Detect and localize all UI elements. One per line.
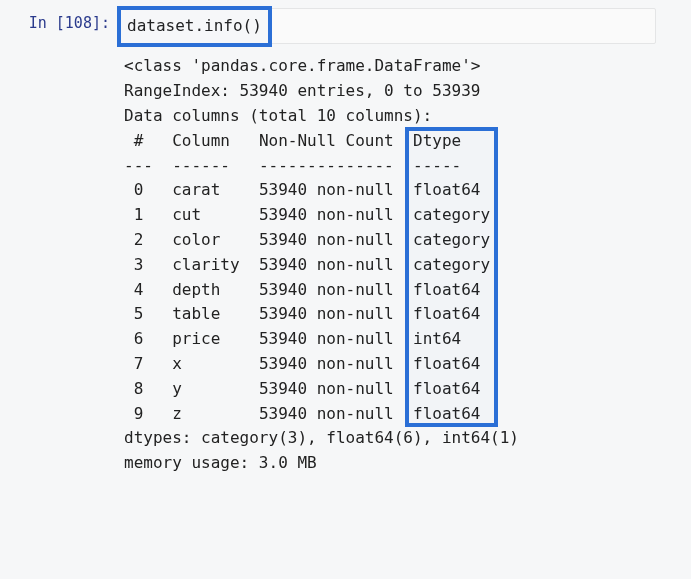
- notebook-cell: In [108]: dataset.info() <class 'pandas.…: [0, 0, 691, 476]
- col-header-dtype: Dtype: [413, 131, 490, 150]
- col-header-nonnull: Non-Null Count: [259, 131, 394, 150]
- row5-nonnull: 53940 non-null: [259, 304, 394, 323]
- row7-idx: 7: [124, 354, 153, 373]
- row6-nonnull: 53940 non-null: [259, 329, 394, 348]
- code-input[interactable]: dataset.info(): [118, 8, 656, 44]
- out-class-line: <class 'pandas.core.frame.DataFrame'>: [124, 56, 480, 75]
- col-header-column: Column: [172, 131, 239, 150]
- row4-nonnull: 53940 non-null: [259, 280, 394, 299]
- row2-nonnull: 53940 non-null: [259, 230, 394, 249]
- row2-dtype: category: [413, 230, 490, 249]
- row9-dtype: float64: [413, 404, 490, 423]
- out-data-columns-header: Data columns (total 10 columns):: [124, 106, 432, 125]
- out-range-index: RangeIndex: 53940 entries, 0 to 53939: [124, 81, 480, 100]
- row6-dtype: int64: [413, 329, 490, 348]
- row7-dtype: float64: [413, 354, 490, 373]
- input-prompt: In [108]:: [0, 8, 118, 32]
- row5-column: table: [172, 304, 239, 323]
- out-dtypes-summary: dtypes: category(3), float64(6), int64(1…: [124, 428, 519, 447]
- row1-idx: 1: [124, 205, 153, 224]
- row3-idx: 3: [124, 255, 153, 274]
- row3-dtype: category: [413, 255, 490, 274]
- col-sep-nonnull: --------------: [259, 156, 394, 175]
- row5-dtype: float64: [413, 304, 490, 323]
- row9-nonnull: 53940 non-null: [259, 404, 394, 423]
- col-header-idx: #: [124, 131, 153, 150]
- row8-column: y: [172, 379, 239, 398]
- row8-idx: 8: [124, 379, 153, 398]
- row4-dtype: float64: [413, 280, 490, 299]
- row3-column: clarity: [172, 255, 239, 274]
- col-sep-idx: ---: [124, 156, 153, 175]
- row8-dtype: float64: [413, 379, 490, 398]
- row0-dtype: float64: [413, 180, 490, 199]
- row7-column: x: [172, 354, 239, 373]
- out-memory-usage: memory usage: 3.0 MB: [124, 453, 317, 472]
- col-sep-dtype: -----: [413, 156, 490, 175]
- row9-idx: 9: [124, 404, 153, 423]
- row7-nonnull: 53940 non-null: [259, 354, 394, 373]
- row0-idx: 0: [124, 180, 153, 199]
- row5-idx: 5: [124, 304, 153, 323]
- row6-column: price: [172, 329, 239, 348]
- row4-idx: 4: [124, 280, 153, 299]
- row1-dtype: category: [413, 205, 490, 224]
- row2-column: color: [172, 230, 239, 249]
- code-source: dataset.info(): [127, 16, 262, 35]
- col-sep-column: ------: [172, 156, 239, 175]
- row9-column: z: [172, 404, 239, 423]
- row8-nonnull: 53940 non-null: [259, 379, 394, 398]
- row3-nonnull: 53940 non-null: [259, 255, 394, 274]
- prompt-label: In [108]:: [29, 14, 110, 32]
- row1-column: cut: [172, 205, 239, 224]
- row1-nonnull: 53940 non-null: [259, 205, 394, 224]
- row6-idx: 6: [124, 329, 153, 348]
- row2-idx: 2: [124, 230, 153, 249]
- output-area: <class 'pandas.core.frame.DataFrame'> Ra…: [118, 44, 691, 476]
- row4-column: depth: [172, 280, 239, 299]
- row0-column: carat: [172, 180, 239, 199]
- row0-nonnull: 53940 non-null: [259, 180, 394, 199]
